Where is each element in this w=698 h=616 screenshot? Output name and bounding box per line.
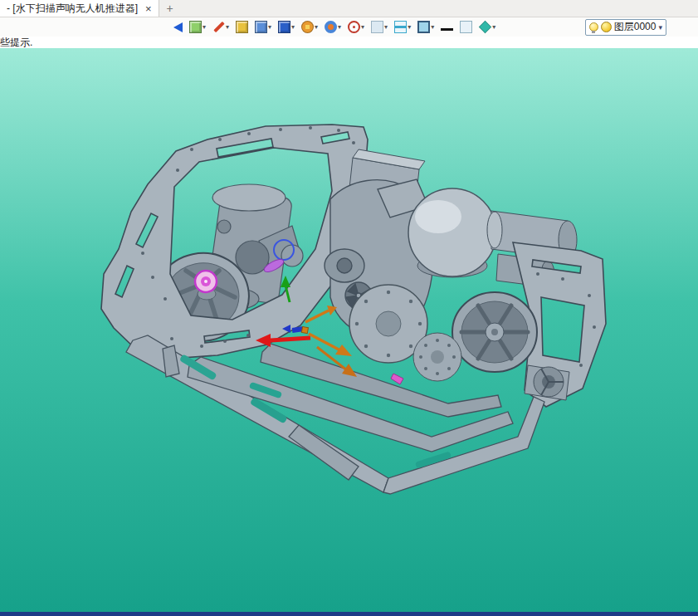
pattern-feature-button[interactable]: ▾ bbox=[300, 20, 319, 34]
dropdown-caret-icon[interactable]: ▾ bbox=[361, 24, 364, 31]
layer-color-icon bbox=[601, 22, 612, 32]
assembly-cube-button[interactable]: ▾ bbox=[277, 20, 295, 34]
model-canvas[interactable] bbox=[0, 48, 698, 612]
rotate-view-button[interactable]: ▾ bbox=[324, 20, 342, 34]
dropdown-caret-icon[interactable]: ▾ bbox=[203, 24, 206, 31]
exit-view-button[interactable] bbox=[173, 21, 183, 33]
rotate-view-icon bbox=[325, 21, 337, 33]
bottom-strip bbox=[0, 612, 698, 616]
layer-selector[interactable]: 图层0000 ▾ bbox=[585, 19, 666, 36]
screen-display-button[interactable]: ▾ bbox=[417, 20, 435, 34]
viewport-layout-button[interactable]: ▾ bbox=[393, 20, 412, 34]
cad-application-window: - [水下扫描声呐无人机推进器] × + ▾▾▾▾▾▾▾▾▾▾▾ 图层0000 … bbox=[0, 0, 698, 616]
surface-feature-button[interactable]: ▾ bbox=[254, 20, 272, 34]
dropdown-caret-icon[interactable]: ▾ bbox=[431, 24, 434, 31]
viewport-layout-icon bbox=[394, 21, 407, 33]
small-right-thruster[interactable] bbox=[525, 365, 569, 400]
layer-dropdown-caret-icon[interactable]: ▾ bbox=[658, 23, 662, 32]
plane-display-icon bbox=[371, 21, 383, 33]
tab-title: - [水下扫描声呐无人机推进器] bbox=[7, 2, 138, 16]
center-end-caps[interactable] bbox=[349, 285, 461, 381]
camera-dome[interactable] bbox=[408, 188, 496, 277]
datum-axis-icon bbox=[348, 21, 360, 33]
tab-bar: - [水下扫描声呐无人机推进器] × + bbox=[0, 0, 698, 17]
dropdown-caret-icon[interactable]: ▾ bbox=[338, 24, 341, 31]
solid-feature-button[interactable] bbox=[235, 20, 249, 34]
hint-text: 些提示. bbox=[0, 37, 32, 48]
exit-view-icon bbox=[173, 22, 183, 32]
surface-feature-icon bbox=[255, 21, 267, 33]
display-style-button[interactable]: ▾ bbox=[188, 20, 207, 34]
solid-feature-icon bbox=[236, 21, 248, 33]
tab-close-icon[interactable]: × bbox=[145, 3, 152, 14]
line-width-button[interactable] bbox=[440, 22, 454, 32]
background-color-button[interactable] bbox=[459, 20, 473, 34]
display-style-icon bbox=[189, 21, 202, 33]
plane-display-button[interactable]: ▾ bbox=[370, 20, 388, 34]
lightbulb-icon[interactable] bbox=[589, 22, 598, 32]
datum-axis-button[interactable]: ▾ bbox=[347, 20, 365, 34]
dropdown-caret-icon[interactable]: ▾ bbox=[408, 24, 411, 31]
new-tab-button[interactable]: + bbox=[159, 0, 181, 17]
annotation-pen-button[interactable]: ▾ bbox=[212, 20, 230, 34]
layer-name: 图层0000 bbox=[614, 20, 657, 34]
assembly-cube-icon bbox=[278, 21, 290, 33]
toolbar: ▾▾▾▾▾▾▾▾▾▾▾ 图层0000 ▾ bbox=[0, 17, 698, 37]
dropdown-caret-icon[interactable]: ▾ bbox=[268, 24, 271, 31]
screen-display-icon bbox=[417, 21, 430, 33]
pattern-feature-icon bbox=[301, 21, 314, 33]
material-render-icon bbox=[479, 21, 491, 33]
3d-viewport[interactable] bbox=[0, 48, 698, 612]
document-tab[interactable]: - [水下扫描声呐无人机推进器] × bbox=[0, 0, 159, 17]
annotation-pen-icon bbox=[212, 21, 225, 33]
dropdown-caret-icon[interactable]: ▾ bbox=[384, 24, 388, 31]
dropdown-caret-icon[interactable]: ▾ bbox=[291, 24, 295, 31]
background-color-icon bbox=[460, 21, 472, 33]
right-thruster[interactable] bbox=[452, 292, 537, 372]
line-width-icon bbox=[441, 28, 453, 31]
material-render-button[interactable]: ▾ bbox=[478, 20, 496, 34]
hint-row: 些提示. bbox=[0, 37, 698, 48]
dropdown-caret-icon[interactable]: ▾ bbox=[492, 24, 495, 31]
dropdown-caret-icon[interactable]: ▾ bbox=[315, 24, 318, 31]
toolbar-icons: ▾▾▾▾▾▾▾▾▾▾▾ bbox=[173, 20, 496, 34]
dropdown-caret-icon[interactable]: ▾ bbox=[226, 24, 229, 31]
